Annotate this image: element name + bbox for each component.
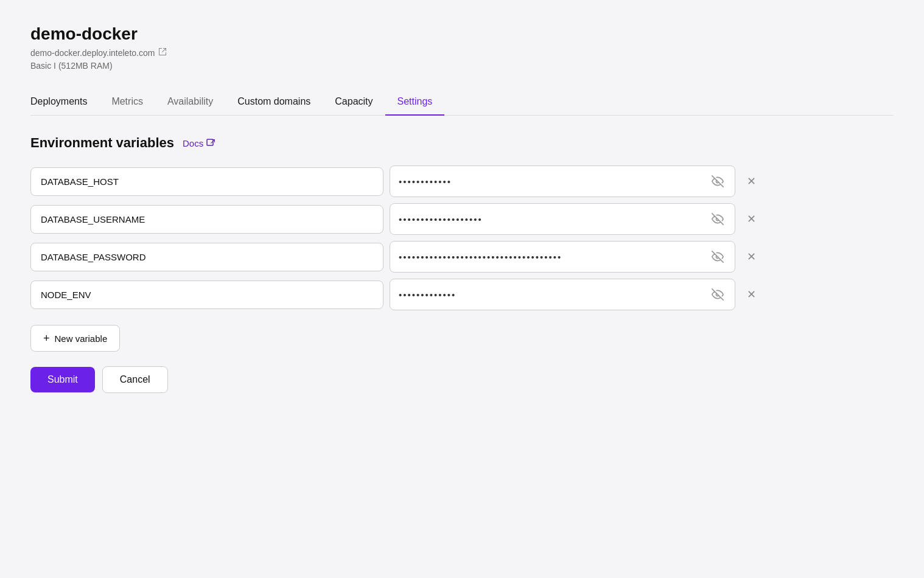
env-key-3[interactable] (30, 243, 383, 271)
env-value-3[interactable] (399, 252, 709, 262)
env-key-2[interactable] (30, 205, 383, 234)
actions-row: Submit Cancel (30, 366, 894, 393)
app-url: demo-docker.deploy.inteleto.com (30, 48, 155, 58)
eye-slash-icon (712, 213, 724, 225)
docs-link[interactable]: Docs (183, 138, 215, 148)
tab-deployments[interactable]: Deployments (30, 89, 99, 116)
app-url-row: demo-docker.deploy.inteleto.com (30, 47, 894, 58)
tab-capacity[interactable]: Capacity (323, 89, 385, 116)
table-row: ✕ (30, 165, 761, 197)
env-vars-list: ✕ ✕ (30, 165, 761, 310)
env-value-container-3 (390, 241, 735, 273)
docs-external-link-icon (206, 139, 215, 148)
eye-slash-icon (712, 251, 724, 263)
toggle-visibility-2[interactable] (709, 211, 726, 228)
eye-slash-icon (712, 175, 724, 187)
table-row: ✕ (30, 279, 761, 310)
app-plan: Basic I (512MB RAM) (30, 61, 894, 71)
settings-section: Environment variables Docs (30, 135, 894, 393)
docs-link-label: Docs (183, 138, 203, 148)
toggle-visibility-3[interactable] (709, 248, 726, 265)
table-row: ✕ (30, 241, 761, 273)
env-key-4[interactable] (30, 280, 383, 309)
env-value-2[interactable] (399, 214, 709, 225)
new-variable-button[interactable]: + New variable (30, 325, 120, 352)
submit-button[interactable]: Submit (30, 367, 95, 392)
app-title: demo-docker (30, 24, 894, 44)
env-value-container-2 (390, 203, 735, 235)
plus-icon: + (43, 333, 50, 344)
section-header: Environment variables Docs (30, 135, 894, 151)
main-container: demo-docker demo-docker.deploy.inteleto.… (0, 0, 924, 578)
delete-btn-2[interactable]: ✕ (741, 209, 761, 229)
env-value-container-1 (390, 165, 735, 197)
delete-btn-1[interactable]: ✕ (741, 172, 761, 191)
new-variable-label: New variable (55, 333, 108, 344)
env-key-1[interactable] (30, 167, 383, 196)
toggle-visibility-4[interactable] (709, 286, 726, 303)
env-value-container-4 (390, 279, 735, 310)
tab-metrics[interactable]: Metrics (99, 89, 155, 116)
env-value-1[interactable] (399, 176, 709, 187)
tab-settings[interactable]: Settings (385, 89, 445, 116)
env-value-4[interactable] (399, 290, 709, 300)
tab-custom-domains[interactable]: Custom domains (225, 89, 323, 116)
app-header: demo-docker demo-docker.deploy.inteleto.… (30, 24, 894, 71)
tabs-container: Deployments Metrics Availability Custom … (30, 89, 894, 116)
section-title: Environment variables (30, 135, 174, 151)
delete-btn-4[interactable]: ✕ (741, 285, 761, 304)
eye-slash-icon (712, 288, 724, 301)
external-link-icon (158, 47, 167, 58)
table-row: ✕ (30, 203, 761, 235)
delete-btn-3[interactable]: ✕ (741, 247, 761, 266)
toggle-visibility-1[interactable] (709, 173, 726, 190)
tab-availability[interactable]: Availability (155, 89, 225, 116)
cancel-button[interactable]: Cancel (102, 366, 168, 393)
